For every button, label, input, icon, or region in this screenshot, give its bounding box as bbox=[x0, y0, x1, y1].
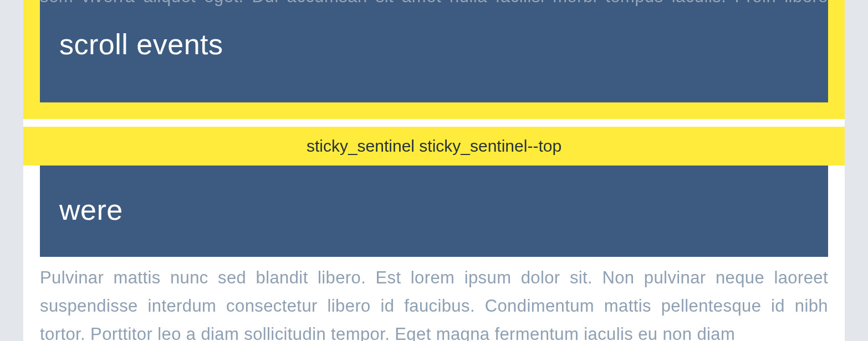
sticky-header-label: scroll events bbox=[59, 28, 828, 61]
section-were: were bbox=[23, 166, 845, 257]
sticky-header-label: were bbox=[59, 193, 828, 226]
sticky-header-were: were bbox=[40, 166, 828, 257]
page-content[interactable]: sem viverra aliquet eget. Dui accumsan s… bbox=[23, 0, 845, 341]
section2-body-text: Pulvinar mattis nunc sed blandit libero.… bbox=[23, 257, 845, 341]
viewport: sem viverra aliquet eget. Dui accumsan s… bbox=[0, 0, 868, 341]
section-scroll-events: sem viverra aliquet eget. Dui accumsan s… bbox=[23, 0, 845, 119]
sticky-sentinel-top: sticky_sentinel sticky_sentinel--top bbox=[23, 127, 845, 166]
sticky-header-scroll-events: scroll events bbox=[40, 0, 828, 102]
